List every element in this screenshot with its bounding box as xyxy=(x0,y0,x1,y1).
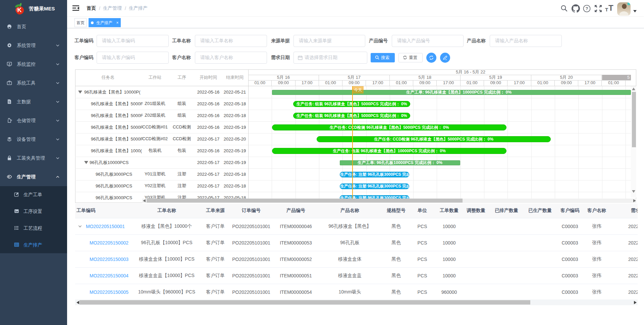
svg-text:K: K xyxy=(17,7,22,13)
svg-text:?: ? xyxy=(586,6,588,11)
